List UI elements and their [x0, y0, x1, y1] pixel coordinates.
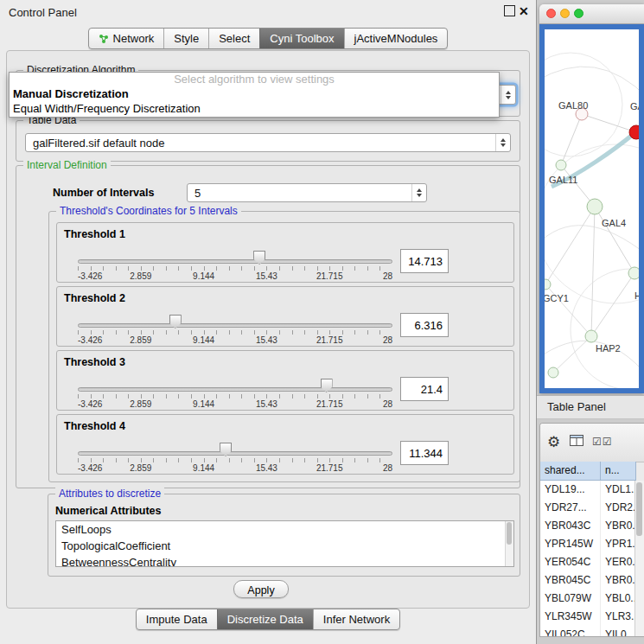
- table-row[interactable]: YDL19...YDL1...: [540, 481, 636, 499]
- threshold-4-slider[interactable]: -3.4262.8599.14415.4321.71528: [78, 443, 392, 474]
- node-label: GA: [630, 101, 639, 112]
- tab-cyni-toolbox[interactable]: Cyni Toolbox: [259, 29, 343, 48]
- close-icon[interactable]: ✕: [519, 4, 529, 18]
- network-frame: GAL80 GA GAL11 GAL4 GCY1 HAP2 H: [539, 24, 644, 393]
- gear-icon[interactable]: ⚙: [547, 433, 560, 451]
- slider-ticks: [78, 266, 392, 271]
- tab-jactivemnodules[interactable]: jActiveMNodules: [344, 29, 448, 48]
- table-row[interactable]: YER054CYER0...: [540, 553, 636, 571]
- minimize-traffic-light-icon[interactable]: [560, 9, 570, 18]
- column-header-shared-name[interactable]: shared...: [540, 462, 601, 481]
- scrollbar-thumb[interactable]: [636, 482, 642, 536]
- combo-stepper-icon: [495, 134, 510, 151]
- combo-stepper-icon: [501, 86, 515, 104]
- network-node[interactable]: [587, 199, 603, 214]
- num-intervals-value: 5: [194, 187, 201, 200]
- table-header: shared... n...: [540, 462, 644, 481]
- node-label: H: [634, 290, 639, 301]
- threshold-1-slider[interactable]: -3.4262.8599.14415.4321.71528: [78, 251, 392, 282]
- dropdown-option-manual[interactable]: Manual Discretization: [10, 86, 499, 101]
- scrollbar-thumb[interactable]: [507, 522, 512, 545]
- slider-track[interactable]: [78, 259, 392, 264]
- table-toolbar: ⚙ ☑☑: [540, 424, 644, 462]
- network-node-selected[interactable]: [629, 125, 639, 139]
- columns-icon[interactable]: [570, 435, 583, 449]
- control-panel-title: Control Panel: [9, 6, 77, 19]
- node-label: HAP2: [596, 343, 621, 354]
- group-title: Attributes to discretize: [55, 488, 164, 500]
- group-title: Threshold's Coordinates for 5 Intervals: [56, 205, 241, 217]
- tab-select[interactable]: Select: [208, 29, 259, 48]
- table-row[interactable]: YBL079WYBL0...: [540, 590, 636, 608]
- table-row[interactable]: YIL052CYIL0...: [540, 626, 636, 637]
- zoom-traffic-light-icon[interactable]: [574, 9, 583, 18]
- table-row[interactable]: YDR27...YDR2...: [540, 499, 636, 517]
- table-scrollbar[interactable]: [634, 481, 644, 637]
- tab-style[interactable]: Style: [163, 29, 208, 48]
- threshold-3-slider[interactable]: -3.4262.8599.14415.4321.71528: [78, 379, 392, 410]
- slider-scale: -3.4262.8599.14415.4321.71528: [78, 271, 392, 281]
- tab-network[interactable]: Network: [89, 29, 164, 48]
- num-intervals-combobox[interactable]: 5: [187, 183, 427, 202]
- slider-track[interactable]: [78, 387, 392, 392]
- threshold-2-panel: Threshold 2 -3.4262.8599.14415.4321.7152…: [56, 286, 514, 347]
- dropdown-hint: Select algorithm to view settings: [10, 73, 499, 86]
- network-node[interactable]: [548, 367, 558, 378]
- slider-ticks: [78, 458, 392, 462]
- list-item[interactable]: BetweennessCentrality: [56, 554, 513, 567]
- table-row[interactable]: YBR045CYBR0...: [540, 571, 636, 590]
- network-view-window: GAL80 GA GAL11 GAL4 GCY1 HAP2 H: [539, 4, 644, 393]
- float-window-icon[interactable]: [504, 5, 515, 16]
- table-data-combobox[interactable]: galFiltered.sif default node: [25, 133, 511, 152]
- threshold-4-panel: Threshold 4 -3.4262.8599.14415.4321.7152…: [56, 414, 514, 475]
- table-panel-window: ⚙ ☑☑ shared... n... YDL19...YDL1... YDR2…: [539, 423, 644, 637]
- node-label: GCY1: [545, 293, 569, 303]
- threshold-1-panel: Threshold 1 -3.4262.8599.14415.4321.7152…: [56, 222, 514, 283]
- table-rows: YDL19...YDL1... YDR27...YDR2... YBR043CY…: [540, 481, 636, 637]
- table-row[interactable]: YLR345WYLR3...: [540, 608, 636, 626]
- threshold-2-slider[interactable]: -3.4262.8599.14415.4321.71528: [78, 315, 392, 346]
- network-node[interactable]: [585, 330, 597, 342]
- apply-button[interactable]: Apply: [233, 580, 289, 598]
- select-columns-checkbox-icons[interactable]: ☑☑: [592, 436, 613, 448]
- network-node[interactable]: [556, 160, 566, 170]
- threshold-1-value-input[interactable]: [400, 249, 449, 273]
- threshold-label: Threshold 1: [64, 228, 125, 240]
- slider-track[interactable]: [78, 323, 392, 328]
- slider-scale: -3.4262.8599.14415.4321.71528: [78, 463, 392, 473]
- dropdown-option-equal-width[interactable]: Equal Width/Frequency Discretization: [10, 101, 499, 116]
- threshold-4-value-input[interactable]: [400, 441, 449, 465]
- table-row[interactable]: YPR145WYPR1...: [540, 535, 636, 553]
- list-item[interactable]: TopologicalCoefficient: [56, 538, 513, 554]
- network-icon: [99, 34, 109, 44]
- tab-infer-network[interactable]: Infer Network: [313, 609, 399, 629]
- numerical-attributes-list: SelfLoops TopologicalCoefficient Between…: [55, 520, 514, 567]
- tab-impute-data[interactable]: Impute Data: [137, 609, 217, 629]
- network-node[interactable]: [545, 279, 551, 290]
- cyni-toolbox-panel: Discretization Algorithm Select algorith…: [6, 50, 530, 609]
- network-canvas[interactable]: GAL80 GA GAL11 GAL4 GCY1 HAP2 H: [545, 29, 639, 388]
- threshold-label: Threshold 2: [64, 292, 125, 304]
- bottom-tabbar: Impute Data Discretize Data Infer Networ…: [0, 609, 536, 630]
- network-node[interactable]: [628, 267, 639, 279]
- slider-ticks: [78, 330, 392, 335]
- column-header-name[interactable]: n...: [601, 462, 636, 481]
- list-scrollbar[interactable]: [505, 521, 513, 566]
- thresholds-group: Threshold's Coordinates for 5 Intervals …: [48, 211, 520, 482]
- list-item[interactable]: SelfLoops: [56, 521, 513, 538]
- threshold-3-value-input[interactable]: [400, 377, 449, 401]
- close-traffic-light-icon[interactable]: [546, 9, 556, 18]
- control-panel-header: Control Panel ✕: [0, 0, 536, 24]
- slider-ticks: [78, 394, 392, 399]
- threshold-2-value-input[interactable]: [400, 313, 449, 337]
- attributes-group: Attributes to discretize Numerical Attri…: [48, 494, 520, 577]
- screen: Control Panel ✕ Network Styl: [0, 0, 644, 644]
- tab-discretize-data[interactable]: Discretize Data: [217, 609, 313, 629]
- tab-label: Network: [113, 32, 155, 45]
- threshold-label: Threshold 3: [64, 356, 125, 368]
- group-title: Interval Definition: [23, 159, 111, 171]
- slider-track[interactable]: [78, 451, 392, 456]
- table-row[interactable]: YBR043CYBR0...: [540, 517, 636, 535]
- network-window-titlebar: [539, 4, 644, 24]
- algorithm-dropdown-popup: Select algorithm to view settings Manual…: [9, 72, 500, 118]
